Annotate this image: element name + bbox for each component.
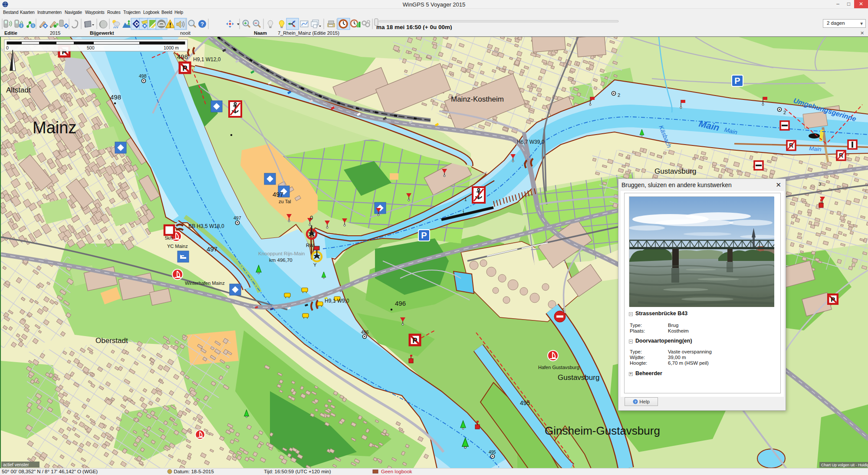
svg-text:498: 498 <box>177 53 188 60</box>
svg-text:?: ? <box>635 400 637 404</box>
svg-text:km 496,70: km 496,70 <box>269 257 293 263</box>
svg-text:−: − <box>254 20 257 26</box>
svg-text:5k/h: 5k/h <box>165 236 173 241</box>
svg-text:498: 498 <box>110 93 121 101</box>
svg-text:+: + <box>244 20 247 26</box>
svg-text:P: P <box>421 231 427 240</box>
svg-text:H9,1 W12,0: H9,1 W12,0 <box>193 56 221 63</box>
svg-text:496: 496 <box>395 300 406 307</box>
svg-text:497: 497 <box>233 215 241 221</box>
svg-text:Altstadt: Altstadt <box>6 86 31 94</box>
svg-text:2: 2 <box>783 110 786 115</box>
svg-text:YC Mainz: YC Mainz <box>167 244 188 249</box>
svg-text:497: 497 <box>207 245 217 253</box>
svg-text:P: P <box>831 296 835 303</box>
svg-text:RW: RW <box>306 243 314 248</box>
svg-text:497: 497 <box>273 191 283 198</box>
svg-text:BB H3,5 W18,0: BB H3,5 W18,0 <box>188 223 224 229</box>
svg-text:Winterhafen Mainz: Winterhafen Mainz <box>185 280 225 286</box>
svg-text:H9,1 W9,0: H9,1 W9,0 <box>325 298 349 304</box>
svg-text:ma 18 mei 16:50 (+ 0u 00m): ma 18 mei 16:50 (+ 0u 00m) <box>376 24 452 30</box>
svg-text:Main: Main <box>809 145 822 152</box>
svg-text:2: 2 <box>618 92 620 98</box>
svg-text:495: 495 <box>489 450 496 455</box>
svg-text:496: 496 <box>361 330 369 335</box>
svg-text:1: 1 <box>462 210 465 215</box>
svg-text:0: 0 <box>310 214 313 221</box>
svg-text:P: P <box>734 76 740 86</box>
svg-text:i: i <box>21 23 22 28</box>
svg-text:Y: Y <box>313 262 317 267</box>
svg-text:1: 1 <box>464 197 467 202</box>
svg-text:Gustavsburg: Gustavsburg <box>558 373 599 382</box>
svg-text:i: i <box>33 23 34 28</box>
svg-text:Mainz: Mainz <box>33 119 76 137</box>
svg-text:3: 3 <box>819 182 821 187</box>
svg-text:Chart Up volgen uit - Huidige: Chart Up volgen uit - Huidige positie <box>821 463 868 467</box>
svg-text:Oberstadt: Oberstadt <box>95 336 128 345</box>
svg-text:Ginsheim-Gustavsburg: Ginsheim-Gustavsburg <box>545 424 660 437</box>
svg-text:495: 495 <box>520 399 530 406</box>
svg-text:0: 0 <box>6 45 9 50</box>
svg-text:Gustavsburg: Gustavsburg <box>654 167 696 175</box>
svg-text:P: P <box>412 336 417 345</box>
svg-text:actief venster: actief venster <box>3 462 29 467</box>
svg-text:zu Tal: zu Tal <box>279 199 291 204</box>
svg-text:1000 m: 1000 m <box>164 45 179 50</box>
svg-text:Hafen Gustavsburg: Hafen Gustavsburg <box>538 365 579 370</box>
svg-text:P: P <box>182 64 187 73</box>
svg-text:Knooppunt Rijn-Main: Knooppunt Rijn-Main <box>258 251 305 256</box>
svg-text:500: 500 <box>87 45 95 50</box>
svg-text:H6,7 W39,0: H6,7 W39,0 <box>517 139 545 145</box>
svg-text:498: 498 <box>139 73 147 79</box>
svg-text:Mainz-Kostheim: Mainz-Kostheim <box>451 95 504 103</box>
svg-text:?: ? <box>201 21 204 27</box>
